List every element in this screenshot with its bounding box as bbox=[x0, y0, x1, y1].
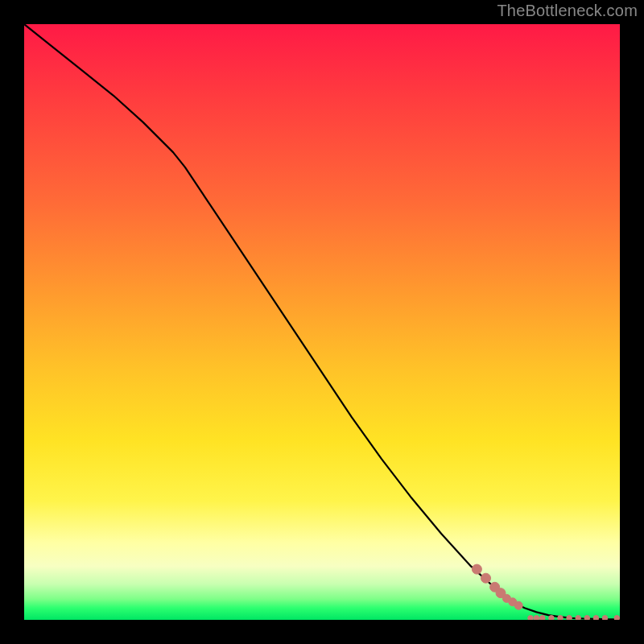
data-point bbox=[528, 616, 534, 621]
data-point bbox=[540, 616, 546, 621]
data-point bbox=[472, 564, 481, 574]
data-point bbox=[584, 616, 590, 621]
watermark-text: TheBottleneck.com bbox=[497, 2, 638, 20]
data-point bbox=[614, 616, 620, 621]
plot-area bbox=[24, 24, 620, 620]
data-point bbox=[549, 616, 555, 621]
data-point bbox=[534, 616, 539, 621]
bottleneck-curve bbox=[24, 24, 620, 619]
scatter-points bbox=[472, 564, 619, 620]
chart-overlay bbox=[24, 24, 620, 620]
data-point bbox=[576, 616, 581, 621]
chart-frame: TheBottleneck.com bbox=[0, 0, 644, 644]
data-point bbox=[481, 573, 491, 583]
data-point bbox=[567, 616, 572, 621]
data-point bbox=[558, 616, 564, 621]
data-point bbox=[602, 616, 608, 621]
data-point bbox=[593, 616, 599, 621]
data-point bbox=[514, 601, 522, 609]
